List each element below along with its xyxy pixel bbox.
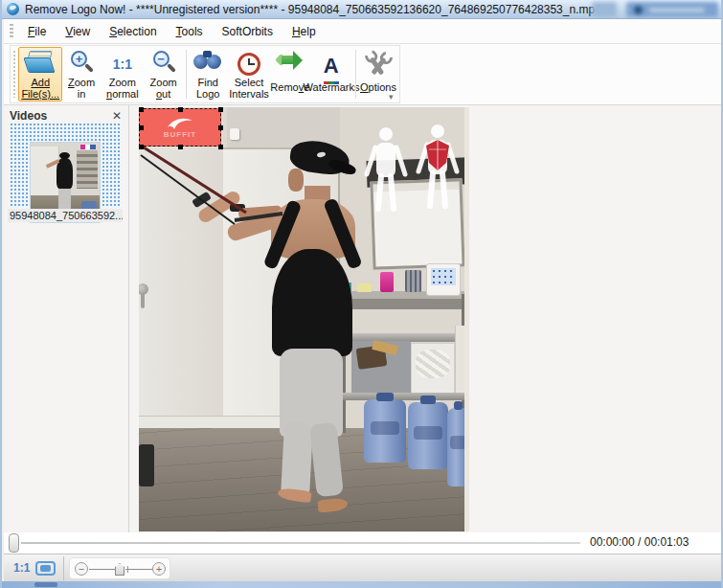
toolbar-frame: Add File(s)... + Zoom in 1:1 Zoom normal… <box>10 45 400 103</box>
zoom-in-magnifier-icon: + <box>69 51 94 77</box>
window-title: Remove Logo Now! - ****Unregistered vers… <box>25 3 601 16</box>
timeline-thumb[interactable] <box>9 533 19 553</box>
videos-panel-title: Videos <box>10 109 47 123</box>
video-filename-label: 95948084_750663592... <box>8 209 123 222</box>
status-bar: 1:1 − + <box>4 554 723 581</box>
close-icon[interactable]: ✕ <box>109 109 124 123</box>
selection-handle[interactable] <box>218 145 223 149</box>
statusbar-separator <box>63 556 64 580</box>
scene-water-jug <box>408 402 448 469</box>
binoculars-icon <box>193 51 222 77</box>
selection-handle[interactable] <box>218 125 223 130</box>
menubar-grip[interactable] <box>10 24 13 39</box>
zoom-in-button[interactable]: + Zoom in <box>62 47 101 102</box>
scene-pink-cup <box>380 272 394 292</box>
timeline-track[interactable] <box>21 542 580 544</box>
menu-file[interactable]: File <box>18 21 56 42</box>
menu-selection[interactable]: Selection <box>100 21 166 42</box>
scene-ac-unit <box>370 178 464 269</box>
watermarks-button[interactable]: A Watermarks <box>309 47 353 102</box>
selection-handle[interactable] <box>139 125 144 130</box>
scene-tablet-device <box>426 263 461 296</box>
window-bottom-edge <box>2 581 723 588</box>
zoom-out-button[interactable]: − Zoom out <box>145 47 183 102</box>
background-browser-tab-blur <box>626 2 718 17</box>
zoom-normal-status-button[interactable]: 1:1 <box>13 561 30 575</box>
zoom-slider-panel: − + <box>69 557 170 579</box>
one-to-one-icon: 1:1 <box>113 51 132 77</box>
selection-handle[interactable] <box>139 107 144 112</box>
menu-view[interactable]: View <box>56 21 100 42</box>
menu-softorbits[interactable]: SoftOrbits <box>213 21 282 42</box>
selected-video-item[interactable] <box>10 123 121 208</box>
toolbar-grip[interactable] <box>13 51 15 98</box>
app-window: Remove Logo Now! - ****Unregistered vers… <box>0 0 723 588</box>
zoom-slider-plus-icon[interactable]: + <box>152 562 166 576</box>
scene-water-jug <box>364 399 406 463</box>
selection-handle[interactable] <box>139 145 144 149</box>
fit-to-window-icon[interactable] <box>35 561 56 576</box>
video-preview[interactable]: BUFFIT <box>139 107 469 531</box>
toolbar: Add File(s)... + Zoom in 1:1 Zoom normal… <box>4 44 723 105</box>
clock-icon <box>237 51 260 77</box>
toolbar-separator <box>186 50 187 99</box>
background-window-blur <box>592 2 617 17</box>
scene-left-wall <box>139 107 227 433</box>
open-folder-icon <box>26 51 55 77</box>
select-intervals-button[interactable]: Select Intervals <box>227 47 271 102</box>
zoom-normal-button[interactable]: 1:1 Zoom normal <box>101 47 145 102</box>
selection-handle[interactable] <box>178 145 183 149</box>
zoom-out-magnifier-icon: − <box>151 51 176 77</box>
videos-panel: Videos ✕ 95948084_750663592... <box>4 105 129 532</box>
timeline: 00:00:00 / 00:01:03 <box>4 532 723 554</box>
logo-text: BUFFIT <box>164 131 196 139</box>
title-bar[interactable]: Remove Logo Now! - ****Unregistered vers… <box>2 0 721 19</box>
buffit-bird-icon <box>164 116 196 131</box>
toolbar-overflow-icon[interactable]: ▾ <box>389 92 394 102</box>
time-display: 00:00:00 / 00:01:03 <box>590 535 689 549</box>
menu-tools[interactable]: Tools <box>167 21 213 42</box>
menu-help[interactable]: Help <box>282 21 326 42</box>
find-logo-button[interactable]: Find Logo <box>189 47 227 102</box>
app-icon <box>7 3 19 15</box>
toolbar-separator <box>355 50 356 99</box>
logo-selection-box[interactable]: BUFFIT <box>139 108 221 147</box>
letter-a-icon: A <box>324 51 339 81</box>
add-files-button[interactable]: Add File(s)... <box>18 47 62 102</box>
menu-bar: File View Selection Tools SoftOrbits Hel… <box>4 19 723 44</box>
green-arrow-icon <box>277 51 304 81</box>
zoom-slider-minus-icon[interactable]: − <box>75 562 88 576</box>
selection-handle[interactable] <box>178 107 183 112</box>
selection-handle[interactable] <box>218 107 223 112</box>
client-area: Videos ✕ 95948084_750663592... <box>4 105 723 532</box>
remove-button[interactable]: Remove <box>271 47 309 102</box>
wrenches-icon <box>365 51 392 81</box>
zoom-slider-thumb[interactable] <box>115 563 124 576</box>
